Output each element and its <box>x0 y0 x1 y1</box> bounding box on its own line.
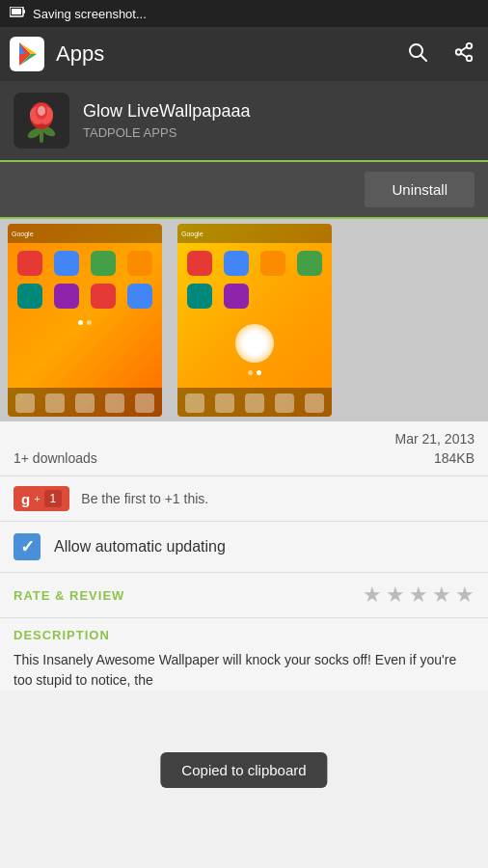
screenshot-2: Google <box>177 224 332 417</box>
bottom-icon <box>275 393 294 413</box>
app-dot <box>127 284 152 309</box>
svg-rect-1 <box>12 9 21 14</box>
screen1: Google <box>8 224 162 417</box>
bottom-icon <box>75 393 95 413</box>
star-4[interactable]: ★ <box>432 583 451 608</box>
gplus-plus: + <box>34 493 40 504</box>
description-text: This Insanely Awesome Wallpaper will kno… <box>14 650 474 691</box>
info-right: Mar 21, 2013 184KB <box>395 431 475 466</box>
screen2-topbar: Google <box>177 224 332 243</box>
gplus-one: 1 <box>44 490 63 507</box>
app-dot <box>91 284 116 309</box>
search-button[interactable] <box>403 38 432 71</box>
svg-point-7 <box>467 42 473 48</box>
screen2-circle <box>235 324 274 363</box>
rate-review-section: RATE & REVIEW ★ ★ ★ ★ ★ <box>0 573 488 618</box>
dot <box>257 370 261 375</box>
bottom-icon <box>245 393 264 413</box>
app-icon <box>14 93 69 149</box>
screen2-grid <box>177 243 332 316</box>
top-bar-title: Apps <box>56 41 403 67</box>
top-bar: Apps <box>0 27 488 81</box>
bottom-icon <box>185 393 204 413</box>
screen1-status: Google <box>12 231 34 237</box>
checkmark-icon: ✓ <box>20 536 35 557</box>
bottom-icon <box>15 393 35 413</box>
screen2-indicators <box>177 370 332 375</box>
bottom-icon <box>45 393 65 413</box>
svg-point-8 <box>456 49 462 55</box>
app-size: 184KB <box>395 450 475 466</box>
screen1-bottombar <box>8 388 162 417</box>
top-bar-actions <box>403 38 478 71</box>
screen1-indicators <box>8 320 162 325</box>
app-dot <box>17 251 42 276</box>
status-bar-icon <box>10 7 25 21</box>
gplus-text: Be the first to +1 this. <box>81 491 208 506</box>
screen2-status: Google <box>181 231 203 237</box>
update-date: Mar 21, 2013 <box>395 431 475 447</box>
app-info: Glow LiveWallpapaaa TADPOLE APPS <box>83 101 474 140</box>
bottom-icon <box>105 393 124 413</box>
bottom-icon <box>305 393 324 413</box>
app-logo <box>10 37 44 71</box>
auto-update-label: Allow automatic updating <box>54 538 226 556</box>
dot <box>87 320 92 325</box>
downloads-count: 1+ downloads <box>14 450 97 466</box>
description-section: DESCRIPTION This Insanely Awesome Wallpa… <box>0 618 488 691</box>
svg-line-10 <box>461 46 467 50</box>
auto-update-row: ✓ Allow automatic updating <box>0 522 488 573</box>
gplus-row: g + 1 Be the first to +1 this. <box>0 476 488 522</box>
star-2[interactable]: ★ <box>386 583 405 608</box>
app-dot <box>54 284 79 309</box>
share-button[interactable] <box>449 38 478 71</box>
star-rating[interactable]: ★ ★ ★ ★ ★ <box>363 583 474 608</box>
screenshot-1: Google <box>8 224 162 417</box>
auto-update-checkbox[interactable]: ✓ <box>14 533 41 560</box>
screen1-grid <box>8 243 162 316</box>
bottom-icon <box>135 393 154 413</box>
screen2-bottombar <box>177 388 332 417</box>
app-dot <box>297 251 322 276</box>
screenshots-area: Google <box>0 219 488 421</box>
star-3[interactable]: ★ <box>409 583 428 608</box>
bottom-icon <box>215 393 234 413</box>
info-row: 1+ downloads Mar 21, 2013 184KB <box>0 421 488 476</box>
svg-point-21 <box>38 106 45 116</box>
action-bar: Uninstall <box>0 162 488 219</box>
app-name: Glow LiveWallpapaaa <box>83 101 474 122</box>
app-dot <box>224 284 249 309</box>
app-dot <box>187 251 212 276</box>
description-title: DESCRIPTION <box>14 628 474 642</box>
screen2: Google <box>177 224 332 417</box>
gplus-badge[interactable]: g + 1 <box>14 486 69 511</box>
app-header: Glow LiveWallpapaaa TADPOLE APPS <box>0 81 488 162</box>
uninstall-button[interactable]: Uninstall <box>365 172 474 207</box>
app-dot <box>187 284 212 309</box>
svg-line-6 <box>420 55 426 61</box>
dot <box>78 320 83 325</box>
app-dot <box>127 251 152 276</box>
gplus-g: g <box>21 491 30 507</box>
star-5[interactable]: ★ <box>455 583 474 608</box>
app-dot <box>17 284 42 309</box>
app-dot <box>224 251 249 276</box>
toast-clipboard: Copied to clipboard <box>160 752 327 788</box>
star-1[interactable]: ★ <box>363 583 382 608</box>
status-bar: Saving screenshot... <box>0 0 488 27</box>
screen1-topbar: Google <box>8 224 162 243</box>
dot <box>248 370 253 375</box>
svg-point-9 <box>467 55 473 60</box>
status-bar-text: Saving screenshot... <box>33 7 147 21</box>
app-dot <box>260 251 285 276</box>
svg-rect-2 <box>23 10 25 14</box>
app-dot <box>54 251 79 276</box>
app-developer: TADPOLE APPS <box>83 125 474 140</box>
svg-line-11 <box>461 53 467 57</box>
rate-review-title: RATE & REVIEW <box>14 588 124 603</box>
app-dot <box>91 251 116 276</box>
